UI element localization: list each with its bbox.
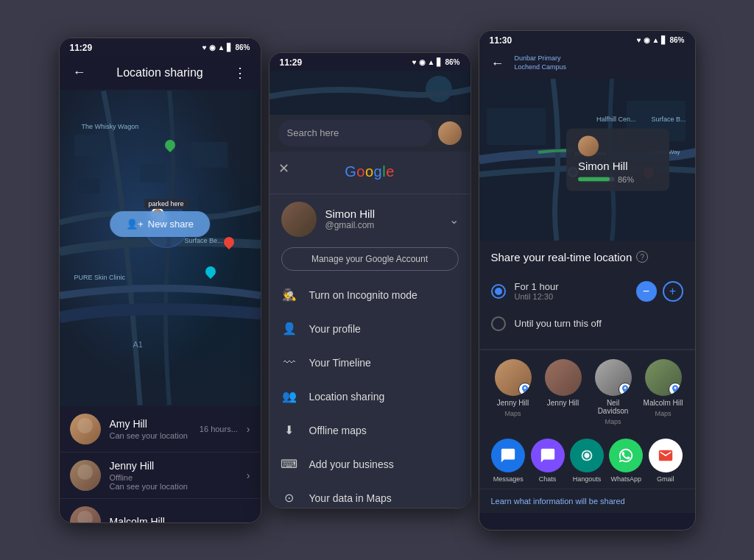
- circle-jenny1[interactable]: Jenny Hill Maps: [491, 359, 535, 425]
- map-label-pure: PURE Skin Clinic: [74, 274, 126, 281]
- menu-label-incognito: Turn on Incognito mode: [309, 289, 417, 301]
- circle-app-jenny1: Maps: [504, 410, 521, 417]
- circle-neil[interactable]: Neil Davidson Maps: [591, 359, 635, 425]
- status-icons-1: ♥ ◉ ▲ ▋ 86%: [202, 43, 250, 52]
- status-icons-2: ♥ ◉ ▲ ▋ 86%: [412, 58, 460, 66]
- share-option-forever[interactable]: Until you turn this off: [491, 309, 683, 339]
- contact-name-jenny: Jenny Hill: [110, 460, 238, 472]
- phone-3: 11:30 ♥ ◉ ▲ ▋ 86% ← Dunbar Primary Loche…: [479, 30, 696, 531]
- app-chats[interactable]: Chats: [531, 439, 565, 483]
- gmail-icon[interactable]: [649, 439, 683, 472]
- new-share-button[interactable]: 👤+ New share: [110, 211, 210, 237]
- avatar-face-jenny: [70, 460, 101, 491]
- account-row[interactable]: Simon Hill @gmail.com ⌄: [269, 194, 471, 244]
- svg-point-6: [426, 76, 452, 102]
- share-location-panel: Share your real-time location ? For 1 ho…: [479, 241, 695, 349]
- battery-fill: [578, 177, 610, 181]
- map-area-1[interactable]: The Whisky Wagon Surface Be... PURE Skin…: [60, 90, 261, 406]
- menu-item-data[interactable]: ⊙ Your data in Maps: [269, 481, 471, 508]
- search-bar-2[interactable]: Search here: [269, 115, 471, 152]
- app-whatsapp[interactable]: WhatsApp: [609, 439, 643, 483]
- circle-avatar-malcolm: [645, 359, 682, 396]
- name-card-name: Simon Hill: [578, 159, 658, 171]
- battery-1: 86%: [235, 43, 250, 52]
- contact-name-amy: Amy Hill: [110, 418, 191, 430]
- app-messages[interactable]: Messages: [491, 439, 525, 483]
- map-background-1: The Whisky Wagon Surface Be... PURE Skin…: [60, 90, 261, 406]
- parked-label-1: parked here: [144, 199, 188, 209]
- contact-status-jenny: Offline Can see your location: [110, 473, 238, 491]
- account-info: Simon Hill @gmail.com: [325, 208, 459, 230]
- timeline-icon: 〰: [281, 355, 297, 371]
- messages-label: Messages: [493, 475, 524, 483]
- avatar-face-malcolm: [70, 506, 101, 523]
- maps-badge-jenny1: [518, 383, 532, 396]
- new-share-icon: 👤+: [126, 219, 144, 230]
- menu-item-business[interactable]: ⌨ Add your business: [269, 447, 471, 481]
- messages-icon[interactable]: [491, 439, 525, 472]
- signal-icon-1: ▋: [227, 43, 233, 52]
- svg-rect-4: [198, 193, 228, 213]
- business-icon: ⌨: [281, 456, 297, 472]
- menu-item-incognito[interactable]: 🕵 Turn on Incognito mode: [269, 278, 471, 312]
- contact-time-amy: 16 hours...: [200, 425, 238, 433]
- menu-item-timeline[interactable]: 〰 Your Timeline: [269, 346, 471, 380]
- circle-avatar-neil: [595, 359, 632, 396]
- menu-label-offline: Offline maps: [309, 425, 367, 436]
- search-input-2[interactable]: Search here: [278, 120, 432, 146]
- circle-app-neil: Maps: [605, 418, 621, 425]
- apps-row-3: Messages Chats Hangouts WhatsApp: [479, 431, 695, 489]
- campus-label-top: Lochend Campus: [515, 63, 567, 72]
- chevron-amy: ›: [247, 423, 250, 435]
- offline-icon: ⬇: [281, 422, 297, 439]
- contact-malcolm[interactable]: Malcolm Hill: [60, 499, 261, 523]
- radio-1hour[interactable]: [491, 284, 506, 299]
- option-1hour-info: For 1 hour Until 12:30: [515, 281, 559, 301]
- hangouts-icon[interactable]: [570, 439, 604, 472]
- share-option-1hour[interactable]: For 1 hour Until 12:30 − +: [491, 274, 683, 309]
- name-card-battery: 86%: [578, 174, 658, 183]
- back-button-1[interactable]: ←: [70, 62, 89, 83]
- contact-amy[interactable]: Amy Hill Can see your location 16 hours.…: [60, 406, 261, 453]
- menu-label-data: Your data in Maps: [309, 492, 392, 504]
- contact-status-amy: Can see your location: [110, 431, 191, 440]
- battery-pct: 86%: [618, 174, 634, 183]
- search-placeholder-2: Search here: [287, 127, 339, 138]
- circle-app-malcolm: Maps: [655, 410, 671, 417]
- contact-avatar-jenny: [70, 460, 101, 491]
- phone-2: 11:29 ♥ ◉ ▲ ▋ 86% Search here: [269, 52, 471, 508]
- location-icon-2: ◉: [419, 58, 426, 66]
- app-gmail[interactable]: Gmail: [649, 439, 683, 483]
- option-1hour-label: For 1 hour: [515, 281, 559, 292]
- heart-icon-2: ♥: [412, 58, 417, 66]
- more-button-1[interactable]: ⋮: [230, 62, 250, 84]
- phone3-map[interactable]: Simon Hill 86% parked here Surface B... …: [479, 79, 695, 241]
- menu-item-offline[interactable]: ⬇ Offline maps: [269, 414, 471, 447]
- map-label-whisky: The Whisky Wagon: [82, 123, 139, 130]
- profile-icon-2[interactable]: [438, 121, 462, 145]
- circle-malcolm[interactable]: Malcolm Hill Maps: [641, 359, 686, 425]
- chats-icon[interactable]: [531, 439, 565, 472]
- contact-jenny[interactable]: Jenny Hill Offline Can see your location…: [60, 453, 261, 499]
- manage-account-button[interactable]: Manage your Google Account: [281, 247, 459, 271]
- heart-icon-1: ♥: [202, 43, 207, 52]
- menu-item-profile[interactable]: 👤 Your profile: [269, 312, 471, 346]
- app-hangouts[interactable]: Hangouts: [570, 439, 604, 483]
- increase-duration-button[interactable]: +: [663, 281, 683, 302]
- whatsapp-icon[interactable]: [609, 439, 643, 472]
- back-button-3[interactable]: ←: [488, 53, 507, 74]
- svg-rect-0: [74, 135, 107, 157]
- radio-forever[interactable]: [491, 316, 506, 331]
- circle-avatar-jenny1: [495, 359, 532, 396]
- menu-item-location-sharing[interactable]: 👥 Location sharing: [269, 380, 471, 414]
- wifi-icon-1: ▲: [218, 43, 225, 52]
- close-button-menu[interactable]: ✕: [278, 160, 289, 177]
- learn-link[interactable]: Learn what information will be shared: [479, 489, 695, 513]
- decrease-duration-button[interactable]: −: [636, 281, 657, 302]
- google-menu-header: ✕ Google: [269, 152, 471, 194]
- phone3-map-bg: Simon Hill 86% parked here Surface B... …: [479, 79, 695, 241]
- contact-name-malcolm: Malcolm Hill: [110, 516, 250, 523]
- status-bar-2: 11:29 ♥ ◉ ▲ ▋ 86%: [269, 53, 471, 71]
- option-forever-label: Until you turn this off: [515, 318, 602, 329]
- circle-jenny2[interactable]: Jenny Hill: [541, 359, 585, 425]
